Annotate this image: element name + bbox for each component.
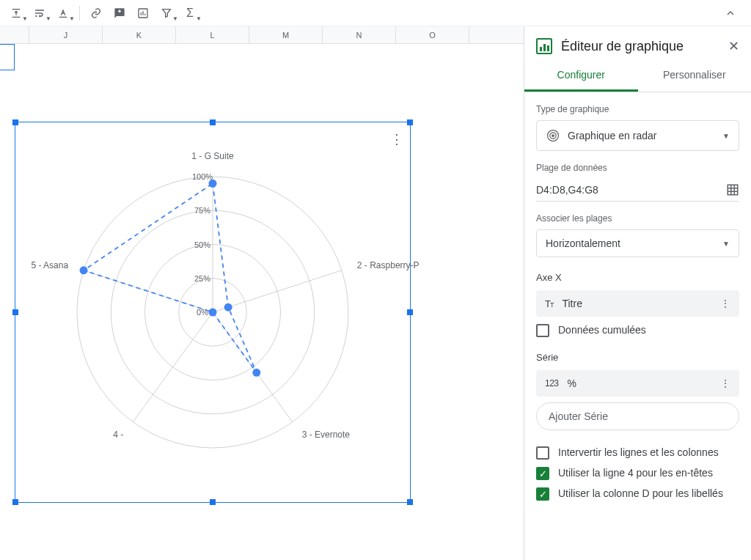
aggregate-checkbox[interactable] bbox=[536, 324, 549, 337]
more-icon[interactable]: ⋮ bbox=[720, 298, 730, 309]
chart-editor-icon bbox=[536, 38, 552, 54]
col-header[interactable]: J bbox=[29, 26, 103, 43]
series-section-title: Série bbox=[536, 352, 739, 363]
insert-link-button[interactable] bbox=[86, 3, 106, 23]
radar-chart-icon bbox=[546, 128, 560, 143]
text-wrap-button[interactable]: ▼ bbox=[29, 3, 50, 23]
svg-point-12 bbox=[224, 303, 232, 312]
resize-handle[interactable] bbox=[12, 119, 18, 125]
panel-tabs: Configurer Personnaliser bbox=[524, 60, 751, 92]
svg-point-15 bbox=[80, 266, 88, 274]
tab-customize[interactable]: Personnaliser bbox=[638, 60, 752, 92]
switch-rows-label: Intervertir les lignes et les colonnes bbox=[558, 446, 719, 458]
use-row-headers-checkbox[interactable]: ✓ bbox=[536, 467, 549, 480]
column-headers: J K L M N O bbox=[0, 26, 524, 44]
chevron-down-icon: ▼ bbox=[722, 132, 730, 140]
filter-button[interactable]: ▼ bbox=[156, 3, 177, 23]
radar-chart[interactable]: ⋮ 0%25%50%75%100%1 - G Suite2 - Raspberr… bbox=[15, 122, 411, 503]
resize-handle[interactable] bbox=[12, 499, 18, 505]
resize-handle[interactable] bbox=[407, 499, 413, 505]
use-col-labels-label: Utiliser la colonne D pour les libellés bbox=[558, 487, 723, 499]
combine-value: Horizontalement bbox=[546, 237, 620, 249]
switch-rows-cols-checkbox[interactable] bbox=[536, 446, 549, 460]
use-row-headers-label: Utiliser la ligne 4 pour les en-têtes bbox=[558, 467, 713, 479]
col-header[interactable]: M bbox=[249, 26, 323, 43]
svg-marker-10 bbox=[84, 183, 257, 372]
toolbar: ▼ ▼ ▼ ▼ Σ▼ bbox=[0, 0, 751, 26]
insert-chart-button[interactable] bbox=[133, 3, 153, 23]
panel-title: Éditeur de graphique bbox=[561, 39, 719, 54]
svg-point-14 bbox=[209, 309, 217, 317]
text-icon: TT bbox=[545, 298, 553, 309]
data-range-label: Plage de données bbox=[536, 163, 739, 173]
chart-editor-panel: Éditeur de graphique ✕ Configurer Person… bbox=[524, 26, 751, 560]
col-header[interactable] bbox=[0, 26, 29, 43]
resize-handle[interactable] bbox=[407, 119, 413, 125]
xaxis-chip[interactable]: TT Titre ⋮ bbox=[536, 290, 739, 317]
col-header[interactable]: O bbox=[396, 26, 469, 43]
resize-handle[interactable] bbox=[407, 309, 413, 315]
v-align-button[interactable]: ▼ bbox=[6, 3, 26, 23]
close-icon[interactable]: ✕ bbox=[728, 38, 739, 54]
col-header[interactable]: L bbox=[176, 26, 249, 43]
col-header[interactable]: N bbox=[323, 26, 396, 43]
spreadsheet-area[interactable]: J K L M N O ⋮ 0%25%50%75%100%1 - G Suite… bbox=[0, 26, 524, 560]
more-icon[interactable]: ⋮ bbox=[720, 377, 730, 389]
aggregate-label: Données cumulées bbox=[558, 324, 646, 336]
cell-selection-edge bbox=[0, 44, 15, 70]
xaxis-chip-label: Titre bbox=[562, 298, 582, 309]
number-icon: 123 bbox=[545, 378, 559, 388]
use-col-labels-checkbox[interactable]: ✓ bbox=[536, 487, 549, 501]
combine-ranges-label: Associer les plages bbox=[536, 213, 739, 224]
xaxis-section-title: Axe X bbox=[536, 272, 739, 283]
data-range-value: D4:D8,G4:G8 bbox=[536, 184, 726, 196]
functions-button[interactable]: Σ▼ bbox=[180, 3, 200, 23]
data-range-input[interactable]: D4:D8,G4:G8 bbox=[536, 179, 739, 202]
resize-handle[interactable] bbox=[12, 309, 18, 315]
col-header[interactable]: K bbox=[103, 26, 176, 43]
combine-ranges-dropdown[interactable]: Horizontalement ▼ bbox=[536, 229, 739, 257]
radar-plot: 0%25%50%75%100%1 - G Suite2 - Raspberry-… bbox=[59, 158, 367, 466]
collapse-toolbar-icon[interactable] bbox=[722, 4, 739, 22]
tab-configure[interactable]: Configurer bbox=[524, 60, 638, 92]
svg-rect-19 bbox=[728, 185, 738, 195]
resize-handle[interactable] bbox=[210, 499, 216, 505]
chart-type-label: Type de graphique bbox=[536, 104, 739, 114]
svg-line-8 bbox=[133, 312, 213, 422]
chart-menu-icon[interactable]: ⋮ bbox=[390, 131, 403, 147]
resize-handle[interactable] bbox=[210, 119, 216, 125]
text-rotate-button[interactable]: ▼ bbox=[53, 3, 73, 23]
chart-type-value: Graphique en radar bbox=[568, 130, 656, 141]
svg-point-13 bbox=[252, 369, 260, 377]
add-series-button[interactable]: Ajouter Série bbox=[536, 402, 739, 430]
svg-point-18 bbox=[552, 135, 554, 137]
insert-comment-button[interactable] bbox=[109, 3, 130, 23]
chart-type-dropdown[interactable]: Graphique en radar ▼ bbox=[536, 120, 739, 151]
series-chip-label: % bbox=[568, 377, 576, 389]
select-range-icon[interactable] bbox=[726, 183, 739, 196]
svg-line-6 bbox=[213, 270, 342, 312]
series-chip[interactable]: 123 % ⋮ bbox=[536, 370, 739, 397]
chevron-down-icon: ▼ bbox=[722, 240, 730, 248]
